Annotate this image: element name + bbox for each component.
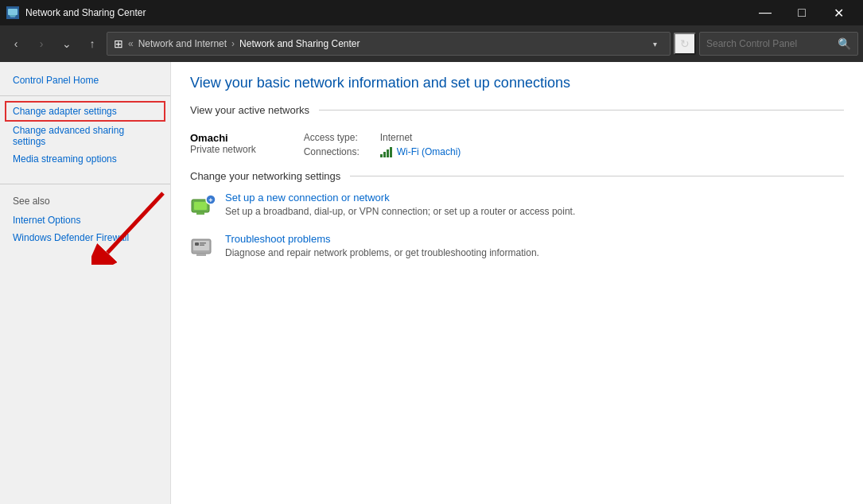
- titlebar-app-icon: [6, 6, 19, 19]
- access-type-label: Access type:: [304, 132, 375, 143]
- content-area: View your basic network information and …: [171, 62, 863, 504]
- minimize-button[interactable]: —: [747, 0, 783, 25]
- svg-text:+: +: [208, 196, 212, 204]
- settings-item-setup: + Set up a new connection or network Set…: [190, 192, 844, 219]
- see-also-section: See also Internet Options Windows Defend…: [0, 184, 170, 246]
- svg-rect-13: [200, 242, 206, 244]
- path-separator-2: ›: [231, 38, 235, 49]
- troubleshoot-icon: [190, 235, 216, 260]
- setup-connection-icon: +: [190, 193, 216, 219]
- network-details: Omachi Private network: [190, 132, 256, 155]
- svg-rect-11: [196, 254, 206, 256]
- setup-connection-text: Set up a new connection or network Set u…: [225, 192, 575, 217]
- networking-settings-header: Change your networking settings: [190, 170, 844, 182]
- sidebar-link-home[interactable]: Control Panel Home: [0, 72, 170, 89]
- back-button[interactable]: ‹: [5, 33, 27, 55]
- access-type-value: Internet: [380, 132, 413, 143]
- troubleshoot-link[interactable]: Troubleshoot problems: [225, 233, 330, 245]
- sidebar: Control Panel Home Change adapter settin…: [0, 62, 171, 504]
- path-segment-network-internet[interactable]: Network and Internet: [138, 38, 227, 49]
- refresh-button[interactable]: ↻: [674, 33, 696, 55]
- networking-settings-label: Change your networking settings: [190, 170, 340, 182]
- address-bar: ‹ › ⌄ ↑ ⊞ « Network and Internet › Netwo…: [0, 25, 863, 62]
- wifi-signal-icon: [380, 146, 392, 157]
- setup-connection-link[interactable]: Set up a new connection or network: [225, 192, 390, 204]
- titlebar-title: Network and Sharing Center: [25, 7, 747, 18]
- setup-connection-desc: Set up a broadband, dial-up, or VPN conn…: [225, 206, 575, 217]
- page-title: View your basic network information and …: [190, 75, 844, 91]
- titlebar-controls: — □ ✕: [747, 0, 857, 25]
- active-networks-header: View your active networks: [190, 104, 844, 116]
- svg-rect-14: [200, 245, 204, 246]
- close-button[interactable]: ✕: [820, 0, 857, 25]
- connections-label: Connections:: [304, 146, 375, 157]
- wifi-connection-link[interactable]: Wi-Fi (Omachi): [397, 146, 461, 157]
- search-input[interactable]: [706, 38, 838, 49]
- section-divider-line: [319, 110, 844, 110]
- os-icon: ⊞: [114, 37, 123, 50]
- up-button[interactable]: ↑: [81, 33, 103, 55]
- path-separator-1: «: [128, 38, 134, 49]
- search-box: 🔍: [699, 32, 858, 56]
- search-icon[interactable]: 🔍: [838, 37, 851, 50]
- maximize-button[interactable]: □: [783, 0, 820, 25]
- network-access-info: Access type: Internet Connections: Wi-Fi…: [304, 132, 542, 157]
- path-segment-current: Network and Sharing Center: [239, 38, 360, 49]
- see-also-title: See also: [0, 191, 170, 211]
- section-divider-line-2: [350, 176, 844, 176]
- sidebar-link-internet-options[interactable]: Internet Options: [0, 211, 170, 229]
- settings-item-troubleshoot: Troubleshoot problems Diagnose and repai…: [190, 233, 844, 260]
- troubleshoot-desc: Diagnose and repair network problems, or…: [225, 247, 539, 258]
- svg-rect-1: [8, 9, 17, 15]
- main-layout: Control Panel Home Change adapter settin…: [0, 62, 863, 504]
- sidebar-link-media-streaming[interactable]: Media streaming options: [0, 150, 170, 168]
- svg-rect-2: [10, 15, 16, 17]
- address-path: ⊞ « Network and Internet › Network and S…: [107, 32, 671, 56]
- sidebar-link-firewall[interactable]: Windows Defender Firewall: [0, 229, 170, 246]
- svg-rect-3: [10, 17, 15, 17]
- network-info-block: Omachi Private network Access type: Inte…: [190, 126, 844, 170]
- svg-rect-5: [194, 202, 207, 210]
- troubleshoot-text: Troubleshoot problems Diagnose and repai…: [225, 233, 539, 258]
- svg-rect-6: [196, 212, 204, 215]
- active-networks-label: View your active networks: [190, 104, 309, 116]
- forward-button[interactable]: ›: [30, 33, 52, 55]
- network-type: Private network: [190, 144, 256, 155]
- recent-button[interactable]: ⌄: [56, 33, 78, 55]
- titlebar: Network and Sharing Center — □ ✕: [0, 0, 863, 25]
- access-type-row: Access type: Internet: [304, 132, 542, 143]
- sidebar-link-advanced-sharing[interactable]: Change advanced sharing settings: [0, 122, 170, 150]
- connections-row: Connections: Wi-Fi (Omachi): [304, 146, 542, 157]
- address-dropdown-button[interactable]: ▾: [646, 35, 663, 52]
- network-name: Omachi: [190, 132, 256, 144]
- svg-rect-12: [195, 242, 199, 246]
- sidebar-link-adapter[interactable]: Change adapter settings: [6, 103, 164, 120]
